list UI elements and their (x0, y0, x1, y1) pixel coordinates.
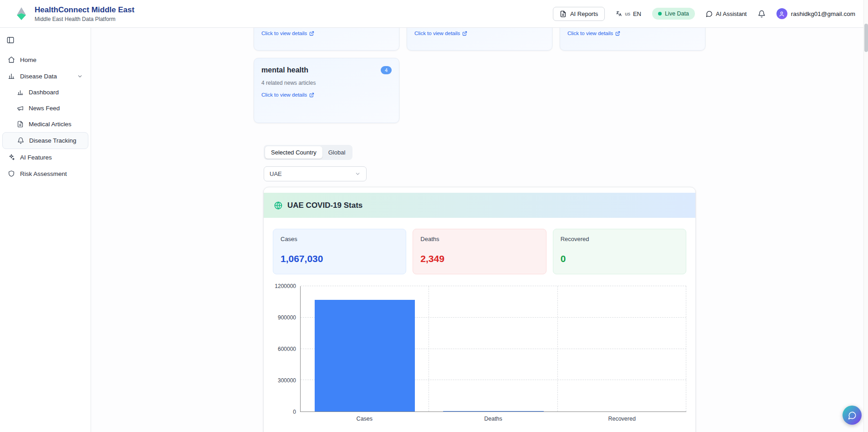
chart-y-axis: 03000006000009000001200000 (273, 286, 300, 412)
sidebar-item-medical-articles[interactable]: Medical Articles (0, 116, 91, 132)
gridline-vertical (557, 286, 558, 411)
y-tick-label: 300000 (278, 377, 296, 384)
x-tick-label: Cases (357, 416, 373, 422)
stat-card-cases: Cases 1,067,030 (273, 229, 406, 274)
home-icon (8, 56, 15, 63)
sidebar-item-home[interactable]: Home (0, 51, 91, 68)
grid-spacer (407, 58, 552, 123)
gridline-vertical (686, 286, 686, 411)
view-details-label: Click to view details (261, 31, 307, 36)
header-actions: AI Reports us EN Live Data AI Assistant (553, 7, 855, 21)
sidebar-item-label: News Feed (29, 105, 60, 112)
chart-x-axis: CasesDeathsRecovered (300, 412, 686, 424)
sidebar-item-label: Disease Data (20, 73, 57, 80)
chevron-down-icon (77, 73, 83, 79)
stats-panel-title: UAE COVID-19 Stats (287, 201, 363, 210)
stat-card-recovered: Recovered 0 (553, 229, 686, 274)
gridline-horizontal (301, 286, 686, 286)
sidebar-item-news-feed[interactable]: News Feed (0, 100, 91, 116)
stat-label: Deaths (420, 236, 538, 242)
x-tick-label: Recovered (608, 416, 635, 422)
document-icon (560, 10, 567, 17)
y-tick-label: 600000 (278, 346, 296, 352)
stat-value: 0 (561, 253, 679, 264)
user-menu[interactable]: rashidkg01@gmail.com (776, 8, 855, 19)
tab-global[interactable]: Global (322, 146, 352, 159)
ai-assistant-label: AI Assistant (716, 10, 747, 17)
stat-card-deaths: Deaths 2,349 (413, 229, 546, 274)
view-details-link[interactable]: Click to view details (414, 31, 467, 36)
panel-left-icon (6, 36, 15, 44)
file-text-icon (17, 121, 24, 128)
ai-reports-label: AI Reports (570, 10, 598, 17)
covid-bar-chart: 03000006000009000001200000 CasesDeathsRe… (273, 286, 686, 424)
covid-stats-panel: UAE COVID-19 Stats Cases 1,067,030 Death… (263, 187, 696, 432)
chart-plot (300, 286, 686, 412)
x-tick-label: Deaths (484, 416, 502, 422)
app-logo-icon (14, 6, 29, 21)
content-column: Click to view details Click to view deta… (254, 28, 705, 432)
sidebar-item-label: Medical Articles (29, 121, 71, 128)
topic-card-header: mental health 4 (261, 66, 392, 74)
sidebar-item-label: Home (20, 57, 36, 63)
brand-text: HealthConnect Middle East Middle East He… (35, 5, 134, 22)
sparkles-icon (8, 154, 15, 161)
external-link-icon (615, 31, 620, 36)
tab-selected-country[interactable]: Selected Country (265, 146, 322, 159)
chat-bubble-icon (848, 411, 857, 420)
view-details-label: Click to view details (414, 31, 460, 36)
chat-fab-button[interactable] (842, 406, 862, 425)
external-link-icon (309, 93, 314, 98)
country-select-value: UAE (270, 170, 282, 177)
page-scrollbar[interactable] (863, 0, 868, 432)
sidebar-item-risk-assessment[interactable]: Risk Assessment (0, 165, 91, 182)
user-email: rashidkg01@gmail.com (791, 10, 855, 17)
app-subtitle: Middle East Health Data Platform (35, 16, 134, 22)
stat-label: Recovered (561, 236, 679, 242)
bar-deaths (443, 411, 543, 411)
external-link-icon (462, 31, 467, 36)
chat-bubble-icon (706, 10, 713, 17)
live-data-label: Live Data (665, 10, 689, 17)
brand: HealthConnect Middle East Middle East He… (14, 5, 134, 22)
sidebar-item-ai-features[interactable]: AI Features (0, 149, 91, 165)
ai-reports-button[interactable]: AI Reports (553, 7, 605, 21)
sidebar-collapse-button[interactable] (6, 36, 15, 44)
ai-assistant-button[interactable]: AI Assistant (706, 10, 747, 17)
view-details-link[interactable]: Click to view details (261, 31, 314, 36)
bell-icon (758, 10, 766, 18)
language-selector[interactable]: us EN (616, 10, 641, 17)
sidebar-item-dashboard[interactable]: Dashboard (0, 84, 91, 100)
scrollbar-thumb[interactable] (864, 24, 868, 52)
stats-panel-header: UAE COVID-19 Stats (264, 193, 695, 218)
stat-label: Cases (281, 236, 398, 242)
topic-card-partial[interactable]: Click to view details (560, 28, 705, 51)
sidebar-item-disease-data[interactable]: Disease Data (0, 68, 91, 84)
shield-icon (8, 170, 15, 177)
topic-card-mental-health[interactable]: mental health 4 4 related news articles … (254, 58, 399, 123)
sidebar-item-label: Disease Tracking (29, 137, 77, 144)
topic-title: mental health (261, 66, 308, 74)
sidebar-item-label: Risk Assessment (20, 170, 67, 177)
external-link-icon (309, 31, 314, 36)
sidebar-item-disease-tracking[interactable]: Disease Tracking (2, 132, 88, 149)
view-details-label: Click to view details (261, 92, 307, 98)
sidebar-item-label: Dashboard (29, 89, 59, 96)
topic-cards-grid: Click to view details Click to view deta… (254, 28, 705, 123)
alert-bell-icon (17, 137, 24, 144)
live-data-badge: Live Data (652, 8, 695, 20)
stat-value: 1,067,030 (281, 253, 398, 264)
country-select[interactable]: UAE (264, 166, 367, 181)
gridline-vertical (429, 286, 429, 411)
topic-card-partial[interactable]: Click to view details (254, 28, 399, 51)
app-body: Home Disease Data Dashboard News Feed (0, 28, 868, 432)
topic-card-partial[interactable]: Click to view details (407, 28, 552, 51)
sidebar-item-label: AI Features (20, 154, 52, 161)
view-details-link[interactable]: Click to view details (567, 31, 620, 36)
stat-cards-row: Cases 1,067,030 Deaths 2,349 Recovered 0 (273, 229, 686, 274)
view-details-link[interactable]: Click to view details (261, 92, 314, 98)
translate-icon (616, 10, 622, 17)
notifications-button[interactable] (758, 10, 766, 18)
article-count-badge: 4 (381, 66, 392, 74)
language-code: EN (633, 10, 641, 17)
